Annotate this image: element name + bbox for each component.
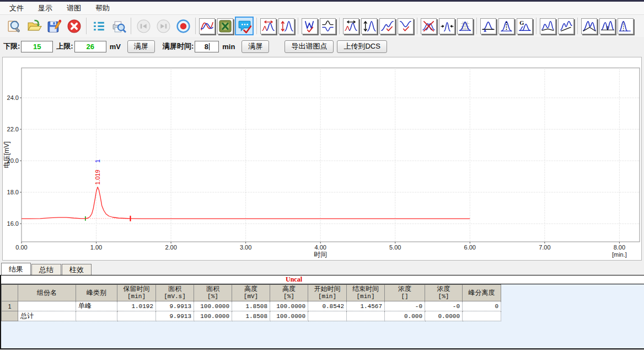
peak-valley-base-button[interactable]: [581, 18, 597, 34]
lower-limit-input[interactable]: 15: [21, 41, 53, 52]
plot-area[interactable]: [22, 68, 640, 242]
row-header-cell[interactable]: 1: [2, 301, 18, 311]
peaks-baseline-button[interactable]: [540, 18, 556, 34]
y-tick-label: 22.0: [7, 126, 19, 132]
w-check-icon: [303, 19, 316, 33]
column-header: 面积[mV.s]: [156, 285, 194, 301]
menu-item-2[interactable]: 谱图: [62, 2, 86, 14]
peaks-hbase-icon: [600, 19, 614, 33]
upper-limit-input[interactable]: 26: [74, 41, 106, 52]
peak-width-black-button[interactable]: [343, 18, 359, 34]
peak-merge-button[interactable]: [439, 18, 455, 34]
doc-search-button[interactable]: [5, 17, 24, 35]
peak-height-black-icon: [362, 19, 376, 33]
table-cell[interactable]: [18, 301, 76, 311]
valley-check-icon: [399, 19, 412, 33]
peak-grid-icon: [458, 19, 472, 33]
chromatogram-chart[interactable]: 0.001.002.003.004.005.006.007.008.0016.0…: [3, 57, 641, 260]
table-cell[interactable]: 0.8542: [308, 301, 347, 311]
record-button[interactable]: [174, 17, 192, 35]
upper-limit-unit: mV: [110, 43, 121, 51]
table-cell[interactable]: [117, 311, 156, 321]
open-folder-button[interactable]: [25, 17, 44, 35]
peak-vline-icon: [619, 19, 632, 33]
peak-height-red-button[interactable]: [278, 18, 294, 34]
fullscreen-amplitude-button[interactable]: 满屏: [127, 40, 155, 53]
text-caret: [209, 43, 210, 50]
peak-height-black-button[interactable]: [361, 18, 377, 34]
peak-baseline-anchor-button[interactable]: [480, 18, 496, 34]
table-cell[interactable]: 单峰: [76, 301, 117, 311]
peak-check-button[interactable]: [379, 18, 395, 34]
table-cell[interactable]: [308, 311, 347, 321]
table-cell[interactable]: 100.0000: [194, 301, 232, 311]
toolbar: G: [0, 15, 644, 37]
excel-button[interactable]: [217, 18, 233, 34]
tab-2[interactable]: 柱效: [62, 264, 92, 275]
table-cell[interactable]: 100.0000: [270, 301, 308, 311]
menu-item-1[interactable]: 显示: [33, 2, 57, 14]
row-header-cell[interactable]: [2, 311, 18, 321]
peak-vline-button[interactable]: [618, 18, 634, 34]
results-table: 组份名峰类别保留时间[min]面积[mV.s]面积[%]高度[mV]高度[%]开…: [1, 284, 501, 321]
settings-bar: 下限: 15 上限: 26 mV 满屏 满屏时间: 8 min 满屏 导出谱图点…: [0, 37, 644, 56]
peak-grid-button[interactable]: [457, 18, 473, 34]
save-icon: [47, 19, 62, 34]
column-header: 高度[%]: [270, 285, 308, 301]
table-cell[interactable]: 100.0000: [270, 311, 308, 321]
comment-check-button[interactable]: [235, 17, 254, 35]
tab-0[interactable]: 结果: [1, 263, 31, 275]
curves-icon: [200, 19, 214, 33]
peak-valley-button[interactable]: [320, 18, 336, 34]
table-cell[interactable]: 1.4567: [347, 301, 385, 311]
fullscreen-time-label: 满屏时间:: [163, 41, 194, 51]
table-cell[interactable]: 总计: [18, 311, 76, 321]
export-points-button[interactable]: 导出谱图点: [285, 40, 334, 53]
media-next-button[interactable]: [154, 17, 173, 35]
upload-dcs-button[interactable]: 上传到DCS: [337, 40, 387, 53]
toolbar-separator: [86, 18, 87, 34]
table-cell[interactable]: -0: [425, 301, 463, 311]
table-cell[interactable]: 1.8508: [232, 301, 270, 311]
media-prev-button[interactable]: [134, 17, 153, 35]
menu-item-3[interactable]: 帮助: [90, 2, 115, 14]
peaks-cross-delete-button[interactable]: [421, 18, 437, 34]
w-check-button[interactable]: [302, 18, 318, 34]
table-cell[interactable]: 0.0000: [425, 311, 463, 321]
x-tick-label: 6.00: [464, 244, 476, 251]
peaks-hbase-button[interactable]: [599, 18, 615, 34]
table-cell[interactable]: -0: [385, 301, 425, 311]
peak-dropline-icon: [500, 19, 513, 33]
table-cell[interactable]: 0.000: [385, 311, 425, 321]
chromatogram-panel: 0.001.002.003.004.005.006.007.008.0016.0…: [2, 57, 642, 261]
curves-button[interactable]: [199, 18, 215, 34]
table-cell[interactable]: [76, 311, 117, 321]
fullscreen-time-input[interactable]: 8: [195, 41, 219, 52]
peaks-slant-button[interactable]: [558, 18, 574, 34]
table-cell[interactable]: 0: [463, 301, 501, 311]
table-cell[interactable]: 100.0000: [194, 311, 232, 321]
table-row: 总计9.9913100.00001.8508100.00000.0000.000…: [2, 311, 501, 321]
fullscreen-time-button[interactable]: 满屏: [242, 40, 269, 53]
print-preview-button[interactable]: [109, 17, 128, 35]
list-view-icon: [92, 19, 106, 34]
table-cell[interactable]: [347, 311, 385, 321]
table-cell[interactable]: 1.8508: [232, 311, 270, 321]
lower-limit-value: 15: [33, 43, 41, 51]
close-button[interactable]: [65, 17, 83, 35]
calibration-banner-text: Uncal: [286, 275, 302, 284]
table-cell[interactable]: 9.9913: [156, 311, 194, 321]
menu-item-0[interactable]: 文件: [4, 2, 29, 14]
tab-1[interactable]: 总结: [31, 264, 61, 275]
group-peak-button[interactable]: G: [517, 18, 533, 34]
list-view-button[interactable]: [89, 17, 108, 35]
table-cell[interactable]: 1.0192: [117, 301, 156, 311]
table-cell[interactable]: 9.9913: [156, 301, 194, 311]
results-tab-bar: 结果总结柱效: [0, 263, 644, 275]
table-cell[interactable]: [463, 311, 501, 321]
column-header: 浓度[]: [385, 285, 425, 301]
valley-check-button[interactable]: [398, 18, 414, 34]
peak-dropline-button[interactable]: [498, 18, 514, 34]
peak-width-red-button[interactable]: [260, 18, 276, 34]
save-button[interactable]: [45, 17, 63, 35]
